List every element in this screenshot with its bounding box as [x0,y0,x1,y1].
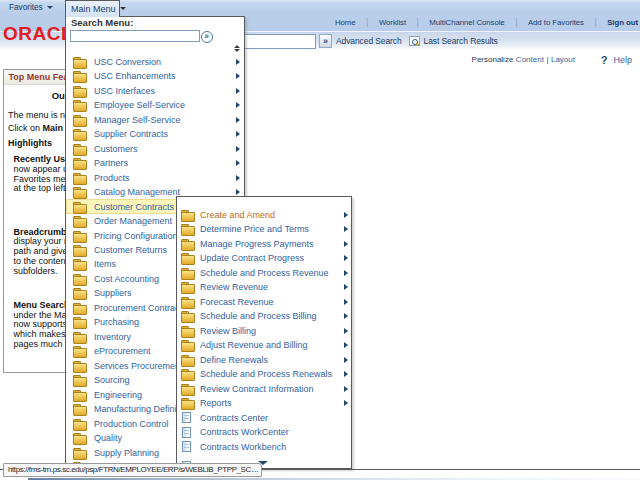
folder-icon [73,57,85,67]
submenu-arrow-icon [344,212,348,218]
last-search-results-link[interactable]: Last Search Results [424,36,498,46]
submenu-item[interactable]: Schedule and Process Billing [177,309,351,324]
folder-icon [73,288,85,298]
folder-icon [73,375,85,385]
nav-link[interactable]: Sign out [597,18,640,27]
menu-item-label: Supplier Contracts [94,129,236,139]
menu-item-label: Reports [200,398,344,408]
header-search-row: » Advanced Search Last Search Results [238,33,498,49]
menu-item[interactable]: Customers [66,142,244,156]
main-menu-label: Main Menu [71,4,116,14]
advanced-search-link[interactable]: Advanced Search [336,36,402,46]
menu-item-label: Contracts Center [200,413,348,423]
submenu-item[interactable]: Review Revenue [177,280,351,295]
folder-icon [73,346,85,356]
menu-item[interactable]: Supplier Contracts [66,127,244,141]
menu-item[interactable]: Partners [66,156,244,170]
folder-icon [73,86,85,96]
submenu-arrow-icon [236,189,240,195]
search-go-button[interactable]: » [319,34,332,48]
submenu-arrow-icon [236,117,240,123]
nav-link[interactable]: Home [324,18,366,27]
main-menu-button[interactable]: Main Menu [65,0,120,17]
favorites-menu-button[interactable]: Favorites [9,1,53,14]
personalize-group: Personalize Content | Layout [472,55,575,64]
menu-item[interactable]: USC Enhancements [66,69,244,83]
personalize-layout-link[interactable]: Layout [551,55,575,64]
folder-icon [181,326,193,336]
folder-icon [73,202,85,212]
menu-scroll-control[interactable] [233,45,241,53]
submenu-item[interactable]: Adjust Revenue and Billing [177,338,351,353]
search-menu-label: Search Menu: [71,17,133,28]
submenu-arrow-icon [344,328,348,334]
submenu-item[interactable]: Contracts Center [177,410,351,425]
submenu-item[interactable]: Determine Price and Terms [177,222,351,237]
menu-item-label: Schedule and Process Revenue [200,268,344,278]
menu-item[interactable]: Employee Self-Service [66,98,244,112]
submenu-item[interactable]: Define Renewals [177,352,351,367]
menu-item-label: Create and Amend [200,210,344,220]
folder-icon [73,274,85,284]
folder-icon [73,245,85,255]
submenu-arrow-icon [344,226,348,232]
submenu-arrow-icon [344,400,348,406]
personalize-separator: | [546,55,548,64]
menu-item-label: Update Contract Progress [200,253,344,263]
submenu-arrow-icon [344,371,348,377]
submenu-item[interactable]: Review Billing [177,323,351,338]
submenu-arrow-icon [236,160,240,166]
folder-icon [73,115,85,125]
menu-item-label: Manage Progress Payments [200,239,344,249]
folder-icon [73,332,85,342]
menu-item[interactable]: Products [66,170,244,184]
submenu-item[interactable]: Contracts Workbench [177,439,351,454]
folder-icon [181,282,193,292]
status-bar-tooltip: https://fms-trn.ps.sc.edu/psp/FTRN/EMPLO… [3,463,262,477]
menu-item-label: Define Renewals [200,355,344,365]
submenu-arrow-icon [344,386,348,392]
folder-icon [181,340,193,350]
menu-item-label: Contracts WorkCenter [200,427,348,437]
submenu-arrow-icon [236,102,240,108]
folder-icon [73,433,85,443]
submenu-item[interactable]: Schedule and Process Renewals [177,367,351,382]
menu-item[interactable]: USC Conversion [66,55,244,69]
menu-item[interactable]: USC Interfaces [66,84,244,98]
menu-item[interactable]: Manager Self-Service [66,113,244,127]
folder-icon [181,239,193,249]
menu-search-go-button[interactable]: » [201,31,213,43]
menu-item-label: Schedule and Process Renewals [200,369,344,379]
folder-icon [73,216,85,226]
folder-icon [181,210,193,220]
header-nav-links: Home|Worklist|MultiChannel Console|Add t… [324,16,640,28]
help-link[interactable]: Help [613,55,632,65]
submenu-arrow-icon [344,270,348,276]
folder-icon [73,144,85,154]
chevron-down-icon [47,6,53,9]
nav-link[interactable]: Worklist [368,18,416,27]
submenu-item[interactable]: Forecast Revenue [177,294,351,309]
submenu-item[interactable]: Schedule and Process Revenue [177,265,351,280]
submenu-arrow-icon [236,146,240,152]
submenu-item[interactable]: Contracts WorkCenter [177,425,351,440]
pagelet-highlights-heading: Highlights [8,138,52,148]
submenu-arrow-icon [344,342,348,348]
submenu-item[interactable]: Reports [177,396,351,411]
folder-icon [73,100,85,110]
submenu-item[interactable]: Manage Progress Payments [177,236,351,251]
page-icon [182,412,191,423]
folder-icon [73,187,85,197]
submenu-arrow-icon [344,255,348,261]
submenu-item[interactable]: Update Contract Progress [177,251,351,266]
nav-link[interactable]: MultiChannel Console [419,18,515,27]
header-search-input[interactable] [238,34,316,49]
menu-search-input[interactable] [70,30,200,43]
scroll-down-icon [234,49,240,52]
submenu-item[interactable]: Review Contract Information [177,381,351,396]
personalize-content-link[interactable]: Content [516,55,544,64]
pagelet-bullet-lead: Menu Search, [14,300,73,310]
nav-link[interactable]: Add to Favorites [517,18,594,27]
submenu-item[interactable]: Create and Amend [177,207,351,222]
personalize-label: Personalize [472,55,514,64]
